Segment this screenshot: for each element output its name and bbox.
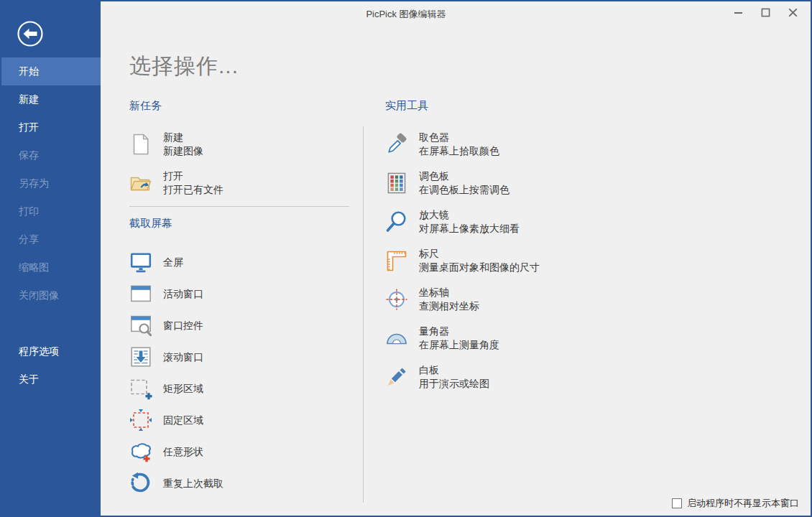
item-title: 窗口控件 [163, 319, 203, 332]
section-title-new-task: 新任务 [129, 99, 349, 113]
new-document-icon [129, 133, 152, 156]
item-title: 坐标轴 [419, 286, 479, 299]
item-title: 任意形状 [163, 445, 203, 459]
section-divider [129, 206, 349, 207]
minimize-icon [734, 8, 743, 17]
item-subtitle: 打开已有文件 [163, 183, 223, 197]
item-title: 滚动窗口 [163, 350, 203, 364]
active-window-icon [129, 282, 152, 305]
fullscreen-item[interactable]: 全屏 [129, 246, 349, 278]
item-subtitle: 对屏幕上像素放大细看 [419, 222, 520, 236]
sidebar-item-save: 保存 [1, 141, 101, 169]
close-button[interactable] [779, 1, 806, 23]
magnifier-item[interactable]: 放大镜对屏幕上像素放大细看 [385, 206, 651, 238]
maximize-icon [761, 8, 770, 17]
picpick-window: 开始新建打开保存另存为打印分享缩略图关闭图像 程序选项关于 PicPick 图像… [0, 0, 812, 517]
repeat-capture-icon [129, 472, 152, 495]
sidebar-item-share: 分享 [1, 225, 101, 253]
window-controls [724, 1, 806, 23]
back-button[interactable] [15, 19, 45, 49]
freehand-item[interactable]: 任意形状 [129, 436, 349, 467]
color-picker-item[interactable]: 取色器在屏幕上拾取颜色 [385, 129, 651, 160]
item-subtitle: 测量桌面对象和图像的尺寸 [419, 261, 540, 274]
tools-item-list: 取色器在屏幕上拾取颜色调色板在调色板上按需调色放大镜对屏幕上像素放大细看标尺测量… [385, 129, 651, 393]
new-task-item-list: 新建新建图像打开打开已有文件 [129, 129, 349, 199]
item-title: 打开 [163, 169, 223, 183]
item-title: 全屏 [163, 256, 183, 269]
new-document-item[interactable]: 新建新建图像 [129, 129, 349, 160]
sidebar-item-new[interactable]: 新建 [1, 85, 101, 113]
fixed-region-item[interactable]: 固定区域 [129, 404, 349, 436]
protractor-icon [385, 327, 408, 350]
window-control-item[interactable]: 窗口控件 [129, 309, 349, 341]
section-title-screen-capture: 截取屏幕 [129, 217, 349, 230]
item-title: 重复上次截取 [163, 477, 223, 490]
window-title: PicPick 图像编辑器 [366, 8, 446, 21]
item-title: 调色板 [419, 169, 509, 183]
rectangle-region-item[interactable]: 矩形区域 [129, 373, 349, 404]
sidebar-footer-nav: 程序选项关于 [1, 337, 101, 393]
window-control-icon [129, 314, 152, 337]
sidebar-nav: 开始新建打开保存另存为打印分享缩略图关闭图像 [1, 57, 101, 309]
sidebar-item-print: 打印 [1, 197, 101, 225]
close-icon [788, 8, 798, 17]
item-title: 活动窗口 [163, 287, 203, 301]
protractor-item[interactable]: 量角器在屏幕上测量角度 [385, 322, 651, 354]
sidebar: 开始新建打开保存另存为打印分享缩略图关闭图像 程序选项关于 [1, 1, 101, 516]
scrolling-window-icon [129, 345, 152, 368]
startup-checkbox-row[interactable]: 启动程序时不再显示本窗口 [672, 497, 799, 510]
sidebar-item-open[interactable]: 打开 [1, 113, 101, 141]
checkbox-unchecked-icon[interactable] [672, 498, 682, 508]
crosshair-item[interactable]: 坐标轴查测相对坐标 [385, 284, 651, 315]
sidebar-item-close-image: 关闭图像 [1, 281, 101, 309]
fullscreen-icon [129, 251, 152, 274]
item-subtitle: 查测相对坐标 [419, 299, 479, 313]
section-title-tools: 实用工具 [385, 99, 651, 113]
repeat-capture-item[interactable]: 重复上次截取 [129, 467, 349, 499]
ruler-item[interactable]: 标尺测量桌面对象和图像的尺寸 [385, 245, 651, 276]
sidebar-item-about[interactable]: 关于 [1, 365, 101, 393]
left-column: 新任务 新建新建图像打开打开已有文件 截取屏幕 全屏活动窗口窗口控件滚动窗口矩形… [129, 99, 349, 499]
color-palette-item[interactable]: 调色板在调色板上按需调色 [385, 167, 651, 199]
item-title: 放大镜 [419, 208, 520, 222]
item-title: 白板 [419, 363, 489, 377]
color-picker-icon [385, 133, 408, 156]
item-title: 矩形区域 [163, 382, 203, 396]
column-divider [363, 126, 364, 503]
scrolling-window-item[interactable]: 滚动窗口 [129, 341, 349, 373]
freehand-icon [129, 440, 152, 463]
titlebar: PicPick 图像编辑器 [101, 1, 811, 26]
item-subtitle: 在调色板上按需调色 [419, 183, 509, 197]
item-subtitle: 新建图像 [163, 144, 203, 158]
fixed-region-icon [129, 409, 152, 432]
active-window-item[interactable]: 活动窗口 [129, 278, 349, 309]
sidebar-item-program-options[interactable]: 程序选项 [1, 337, 101, 365]
startup-checkbox-label: 启动程序时不再显示本窗口 [687, 497, 799, 510]
open-folder-icon [129, 172, 152, 195]
main-area: PicPick 图像编辑器 选择操作... 新任务 新建新建图像打开打开已有文件… [101, 1, 811, 516]
open-folder-item[interactable]: 打开打开已有文件 [129, 167, 349, 199]
page-title: 选择操作... [129, 52, 239, 81]
color-palette-icon [385, 172, 408, 195]
maximize-button[interactable] [752, 1, 779, 23]
sidebar-item-thumbnail: 缩略图 [1, 253, 101, 281]
back-arrow-icon [15, 19, 45, 49]
crosshair-icon [385, 288, 408, 311]
item-subtitle: 用于演示或绘图 [419, 377, 489, 391]
sidebar-item-start[interactable]: 开始 [1, 57, 101, 85]
magnifier-icon [385, 210, 408, 233]
ruler-icon [385, 249, 408, 272]
item-title: 取色器 [419, 131, 499, 144]
item-subtitle: 在屏幕上测量角度 [419, 338, 499, 352]
rectangle-region-icon [129, 377, 152, 400]
item-title: 量角器 [419, 325, 499, 338]
item-subtitle: 在屏幕上拾取颜色 [419, 144, 499, 158]
sidebar-item-save-as: 另存为 [1, 169, 101, 197]
whiteboard-item[interactable]: 白板用于演示或绘图 [385, 361, 651, 393]
right-column: 实用工具 取色器在屏幕上拾取颜色调色板在调色板上按需调色放大镜对屏幕上像素放大细… [385, 99, 651, 400]
screen-capture-item-list: 全屏活动窗口窗口控件滚动窗口矩形区域固定区域任意形状重复上次截取 [129, 246, 349, 499]
item-title: 固定区域 [163, 414, 203, 427]
minimize-button[interactable] [724, 1, 752, 23]
whiteboard-icon [385, 365, 408, 388]
item-title: 新建 [163, 131, 203, 144]
